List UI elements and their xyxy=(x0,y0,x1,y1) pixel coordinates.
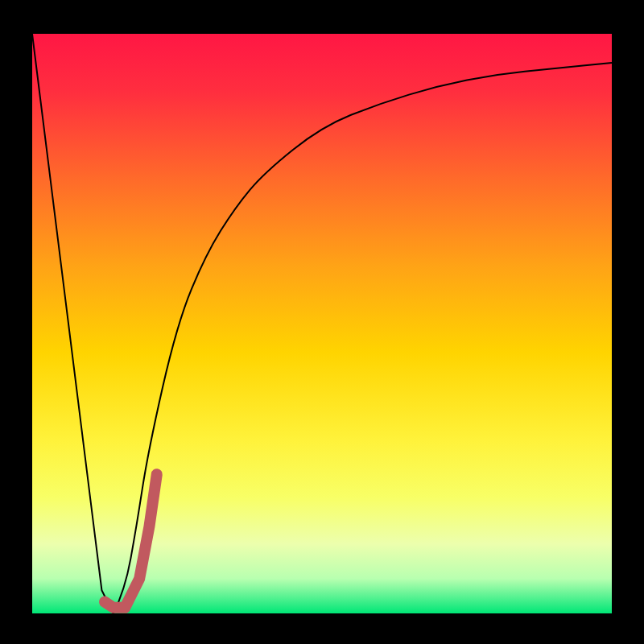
curve-layer xyxy=(16,18,628,630)
plot-area xyxy=(16,18,628,630)
